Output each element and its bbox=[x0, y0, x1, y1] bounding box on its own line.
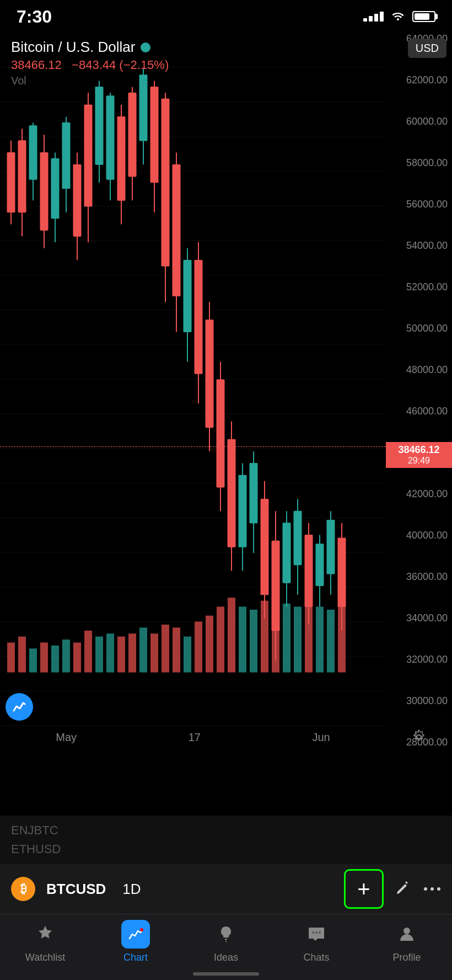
svg-rect-85 bbox=[239, 606, 246, 672]
svg-rect-73 bbox=[106, 633, 114, 672]
svg-rect-69 bbox=[62, 640, 70, 673]
volume-label: Vol bbox=[11, 74, 169, 87]
chats-tab-icon bbox=[302, 920, 331, 949]
svg-rect-75 bbox=[128, 633, 136, 672]
svg-rect-61 bbox=[327, 520, 335, 573]
svg-point-95 bbox=[424, 887, 427, 891]
svg-rect-77 bbox=[150, 633, 158, 672]
tab-label-chats: Chats bbox=[303, 952, 329, 963]
status-time: 7:30 bbox=[17, 7, 52, 27]
current-price-time: 29:49 bbox=[390, 456, 448, 466]
current-price-value: 38466.12 bbox=[390, 444, 448, 456]
svg-rect-47 bbox=[250, 464, 257, 523]
svg-rect-9 bbox=[40, 153, 48, 231]
tab-chats[interactable]: Chats bbox=[271, 920, 362, 963]
wifi-icon bbox=[390, 9, 406, 24]
svg-rect-23 bbox=[117, 117, 125, 201]
svg-rect-78 bbox=[162, 625, 169, 673]
current-price-badge: 38466.12 29:49 bbox=[386, 442, 452, 468]
x-label-may: May bbox=[56, 731, 77, 744]
draw-tool-button[interactable] bbox=[395, 878, 412, 900]
svg-rect-49 bbox=[261, 499, 268, 595]
tab-label-profile: Profile bbox=[392, 952, 421, 963]
y-label-62000: 62000.00 bbox=[390, 74, 448, 86]
status-icons bbox=[363, 9, 435, 24]
svg-rect-91 bbox=[305, 601, 313, 673]
price-header: Bitcoin / U.S. Dollar 38466.12 −843.44 (… bbox=[11, 33, 169, 87]
live-indicator bbox=[141, 42, 150, 52]
svg-point-102 bbox=[403, 928, 410, 934]
price-change: 38466.12 −843.44 (−2.15%) bbox=[11, 58, 169, 72]
y-label-48000: 48000.00 bbox=[390, 364, 448, 376]
svg-rect-90 bbox=[294, 606, 302, 672]
svg-point-96 bbox=[431, 887, 434, 891]
svg-rect-17 bbox=[84, 105, 92, 206]
y-label-60000: 60000.00 bbox=[390, 116, 448, 127]
svg-rect-67 bbox=[40, 642, 48, 672]
svg-rect-66 bbox=[29, 648, 37, 672]
svg-rect-31 bbox=[162, 99, 169, 266]
y-label-36000: 36000.00 bbox=[390, 571, 448, 583]
x-label-jun: Jun bbox=[312, 731, 330, 744]
tab-label-chart: Chart bbox=[123, 952, 148, 963]
tab-label-watchlist: Watchlist bbox=[25, 952, 65, 963]
watchlist-tab-icon bbox=[31, 920, 60, 949]
svg-rect-89 bbox=[283, 604, 290, 673]
y-label-50000: 50000.00 bbox=[390, 323, 448, 334]
svg-rect-87 bbox=[261, 601, 268, 673]
svg-rect-68 bbox=[51, 646, 59, 673]
svg-rect-100 bbox=[315, 931, 318, 934]
svg-rect-37 bbox=[195, 260, 202, 374]
trading-pair: Bitcoin / U.S. Dollar bbox=[11, 39, 169, 56]
ticker-list-item-enj: ENJBTC bbox=[11, 821, 441, 840]
svg-rect-88 bbox=[272, 595, 279, 673]
svg-rect-74 bbox=[117, 637, 125, 673]
svg-rect-57 bbox=[305, 535, 313, 607]
svg-rect-39 bbox=[206, 320, 213, 428]
svg-rect-70 bbox=[73, 642, 81, 672]
y-label-42000: 42000.00 bbox=[390, 488, 448, 500]
y-label-30000: 30000.00 bbox=[390, 695, 448, 707]
svg-rect-99 bbox=[312, 931, 314, 934]
bottom-toolbar: ₿ BTCUSD 1D + bbox=[0, 864, 452, 914]
currency-button[interactable]: USD bbox=[408, 39, 446, 58]
candlestick-chart[interactable] bbox=[0, 33, 386, 726]
tab-bar: Watchlist Chart Ideas bbox=[0, 914, 452, 980]
svg-rect-19 bbox=[95, 87, 103, 164]
svg-rect-41 bbox=[217, 380, 224, 487]
ticker-list: ENJBTC ETHUSD bbox=[0, 816, 452, 864]
settings-button[interactable] bbox=[386, 726, 452, 748]
svg-rect-63 bbox=[338, 538, 346, 607]
profile-tab-icon bbox=[392, 920, 421, 949]
svg-rect-94 bbox=[338, 604, 346, 673]
svg-rect-13 bbox=[62, 122, 70, 188]
svg-rect-84 bbox=[228, 598, 235, 672]
svg-rect-11 bbox=[51, 158, 59, 218]
y-label-40000: 40000.00 bbox=[390, 530, 448, 541]
svg-rect-53 bbox=[283, 523, 290, 583]
svg-rect-83 bbox=[217, 606, 224, 672]
more-options-button[interactable] bbox=[423, 886, 441, 892]
y-label-32000: 32000.00 bbox=[390, 654, 448, 665]
svg-rect-43 bbox=[228, 439, 235, 547]
svg-rect-82 bbox=[206, 616, 213, 673]
ticker-symbol[interactable]: BTCUSD bbox=[46, 881, 106, 898]
y-label-52000: 52000.00 bbox=[390, 281, 448, 293]
y-label-56000: 56000.00 bbox=[390, 199, 448, 210]
svg-rect-15 bbox=[73, 164, 81, 236]
tab-label-ideas: Ideas bbox=[214, 952, 238, 963]
svg-rect-33 bbox=[173, 164, 180, 296]
tab-chart[interactable]: Chart bbox=[90, 920, 181, 963]
chart-area[interactable]: Bitcoin / U.S. Dollar 38466.12 −843.44 (… bbox=[0, 33, 452, 748]
svg-rect-45 bbox=[239, 475, 246, 547]
chart-tab-icon bbox=[121, 920, 150, 949]
tab-profile[interactable]: Profile bbox=[362, 920, 452, 963]
tab-watchlist[interactable]: Watchlist bbox=[0, 920, 90, 963]
x-label-17: 17 bbox=[189, 731, 201, 744]
add-indicator-button[interactable]: + bbox=[344, 869, 384, 909]
svg-rect-3 bbox=[7, 153, 15, 212]
y-label-54000: 54000.00 bbox=[390, 240, 448, 252]
svg-rect-81 bbox=[195, 622, 202, 673]
timeframe-selector[interactable]: 1D bbox=[122, 881, 141, 898]
tab-ideas[interactable]: Ideas bbox=[181, 920, 271, 963]
